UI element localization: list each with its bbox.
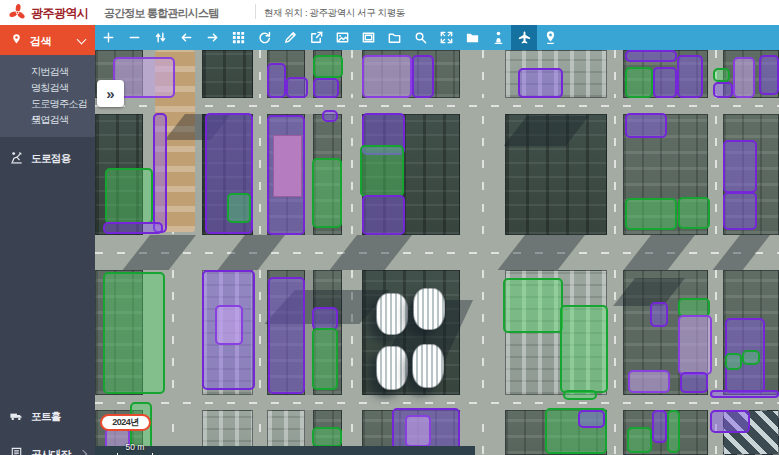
refresh-button[interactable] <box>251 25 277 50</box>
layers-folder-button[interactable] <box>459 25 485 50</box>
sidebar-expand-button[interactable]: » <box>97 80 124 107</box>
map-parcel-green[interactable] <box>563 390 597 400</box>
map-parcel-purple[interactable] <box>312 307 338 330</box>
apartment-tower <box>376 293 408 335</box>
map-parcel-purple[interactable] <box>652 410 667 443</box>
export-button[interactable] <box>303 25 329 50</box>
map-parcel-purple[interactable] <box>678 315 712 375</box>
pan-vertical-button[interactable] <box>147 25 173 50</box>
sidebar-submenu-item[interactable]: 지번검색 <box>0 64 95 80</box>
map-parcel-green[interactable] <box>103 272 165 394</box>
map-parcel-purple[interactable] <box>713 82 733 98</box>
map-parcel-purple[interactable] <box>153 113 167 233</box>
measure-button[interactable] <box>277 25 303 50</box>
map-parcel-purple[interactable] <box>723 140 757 193</box>
map-parcel-purple[interactable] <box>362 55 412 98</box>
grid-icon <box>231 30 246 45</box>
grid-button[interactable] <box>225 25 251 50</box>
map-parcel-purple[interactable] <box>286 77 308 98</box>
map-parcel-purple[interactable] <box>578 410 605 428</box>
map-parcel-purple[interactable] <box>653 67 677 98</box>
prev-view-icon <box>179 30 194 45</box>
next-view-button[interactable] <box>199 25 225 50</box>
map-parcel-green[interactable] <box>678 197 710 229</box>
map-parcel-purple[interactable] <box>518 68 563 98</box>
export-icon <box>309 30 324 45</box>
aerial-view-button[interactable] <box>511 25 537 50</box>
sidebar: 검색 지번검색명칭검색도로명주소검색도엽검색 도로점용 포트홀 공사대장 <box>0 25 95 455</box>
map-parcel-green[interactable] <box>312 158 342 228</box>
map-parcel-purple[interactable] <box>322 110 338 122</box>
map-parcel-purple[interactable] <box>710 390 779 398</box>
sidebar-item-road-occupation[interactable]: 도로점용 <box>0 147 95 169</box>
zoom-in-button[interactable] <box>95 25 121 50</box>
map-parcel-purple[interactable] <box>677 55 703 98</box>
map-parcel-green[interactable] <box>667 410 680 453</box>
map-parcel-purple[interactable] <box>215 305 243 345</box>
sidebar-item-construction-ledger[interactable]: 공사대장 <box>0 443 95 455</box>
pothole-truck-icon <box>9 408 24 423</box>
area-select-icon <box>387 30 402 45</box>
map-toolbar <box>95 25 779 50</box>
map-parcel-purple[interactable] <box>733 57 755 98</box>
street-view-button[interactable] <box>485 25 511 50</box>
current-location-icon <box>543 30 558 45</box>
map-parcel-purple[interactable] <box>625 113 667 138</box>
sidebar-search-label: 검색 <box>30 34 51 49</box>
map-parcel-purple[interactable] <box>710 410 750 433</box>
map-parcel-green[interactable] <box>227 193 251 223</box>
sidebar-item-label: 공사대장 <box>31 448 71 455</box>
sidebar-submenu-item[interactable]: 명칭검색 <box>0 80 95 96</box>
map-canvas[interactable]: »2024년 50 m <box>95 50 779 455</box>
current-location-text: 현재 위치 : 광주광역시 서구 치평동 <box>264 7 405 20</box>
map-parcel-purple[interactable] <box>313 78 339 98</box>
map-parcel-green[interactable] <box>627 427 652 453</box>
image-capture-button[interactable] <box>329 25 355 50</box>
fullscreen-button[interactable] <box>433 25 459 50</box>
map-parcel-purple[interactable] <box>628 370 670 393</box>
map-parcel-purple[interactable] <box>268 277 305 394</box>
street-view-icon <box>491 30 506 45</box>
area-select-button[interactable] <box>381 25 407 50</box>
search-button[interactable] <box>407 25 433 50</box>
map-parcel-green[interactable] <box>625 67 653 98</box>
zoom-out-button[interactable] <box>121 25 147 50</box>
sidebar-submenu-item[interactable]: 도로명주소검색 <box>0 96 95 112</box>
map-parcel-purple[interactable] <box>759 55 779 95</box>
current-location-button[interactable] <box>537 25 563 50</box>
search-submenu: 지번검색명칭검색도로명주소검색도엽검색 <box>0 55 95 137</box>
map-parcel-green[interactable] <box>105 168 153 224</box>
map-parcel-purple[interactable] <box>103 222 163 234</box>
map-parcel-purple[interactable] <box>267 115 305 235</box>
map-parcel-green[interactable] <box>625 198 677 230</box>
map-parcel-purple[interactable] <box>412 55 434 98</box>
sidebar-submenu-item[interactable]: 도엽검색 <box>0 112 95 128</box>
map-parcel-green[interactable] <box>312 427 342 447</box>
prev-view-button[interactable] <box>173 25 199 50</box>
map-parcel-green[interactable] <box>312 328 338 390</box>
search-icon <box>413 30 428 45</box>
map-parcel-purple[interactable] <box>723 192 757 230</box>
map-parcel-purple[interactable] <box>650 302 668 327</box>
zoom-out-icon <box>127 30 142 45</box>
map-parcel-green[interactable] <box>713 68 730 82</box>
map-parcel-green[interactable] <box>360 145 404 197</box>
print-map-button[interactable] <box>355 25 381 50</box>
sidebar-item-pothole[interactable]: 포트홀 <box>0 405 95 427</box>
map-parcel-purple[interactable] <box>362 195 405 235</box>
imagery-year-badge[interactable]: 2024년 <box>100 414 151 431</box>
map-parcel-green[interactable] <box>313 55 343 78</box>
sidebar-item-label: 포트홀 <box>31 410 61 424</box>
chevron-right-icon <box>79 450 87 455</box>
map-parcel-purple[interactable] <box>405 415 431 447</box>
map-parcel-green[interactable] <box>742 350 760 365</box>
map-parcel-purple[interactable] <box>267 63 286 98</box>
map-parcel-green[interactable] <box>503 278 563 333</box>
sidebar-search-header[interactable]: 검색 <box>0 25 95 55</box>
map-parcel-green[interactable] <box>560 305 608 393</box>
app-header: 광주광역시 공간정보 통합관리시스템 현재 위치 : 광주광역시 서구 치평동 <box>0 0 779 25</box>
measure-icon <box>283 30 298 45</box>
map-parcel-purple[interactable] <box>625 50 677 62</box>
map-parcel-purple[interactable] <box>680 372 708 393</box>
map-parcel-green[interactable] <box>725 353 742 370</box>
